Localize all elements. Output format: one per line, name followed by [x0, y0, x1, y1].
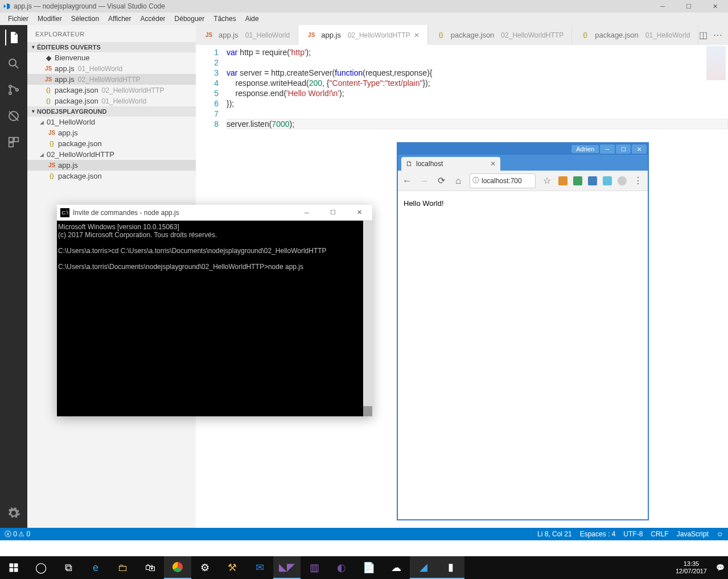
- title-bar: app.js — nodejsplayground — Visual Studi…: [0, 0, 728, 13]
- status-encoding[interactable]: UTF-8: [623, 530, 643, 538]
- status-errors[interactable]: ⓧ 0: [5, 530, 17, 539]
- visual-studio-icon[interactable]: ◣◤: [273, 556, 301, 579]
- project-section[interactable]: NODEJSPLAYGROUND: [27, 106, 196, 117]
- open-editor-item[interactable]: JSapp.js02_HelloWorldHTTP: [27, 74, 196, 85]
- store-icon[interactable]: 🛍: [137, 556, 164, 579]
- split-editor-icon[interactable]: ◫: [699, 30, 708, 40]
- minimize-button[interactable]: ─: [649, 0, 676, 13]
- folder-item[interactable]: ◢01_HelloWorld: [27, 117, 196, 127]
- task-view-icon[interactable]: ⧉: [55, 556, 82, 579]
- taskbar-clock[interactable]: 13:35 12/07/2017: [670, 560, 713, 575]
- vscode-logo-icon: [2, 2, 11, 11]
- chrome-maximize-button[interactable]: ☐: [616, 144, 631, 154]
- cmd-close-button[interactable]: ✕: [346, 206, 372, 219]
- back-icon[interactable]: ←: [401, 176, 413, 186]
- chrome-taskbar-icon[interactable]: [164, 556, 191, 579]
- tab-close-icon[interactable]: ✕: [414, 31, 419, 39]
- forward-icon[interactable]: →: [418, 176, 430, 186]
- extension-icons: [558, 176, 627, 185]
- cmd-title-bar[interactable]: C:\ Invite de commandes - node app.js ─ …: [57, 205, 372, 221]
- site-info-icon[interactable]: ⓘ: [472, 176, 479, 185]
- notification-center-icon[interactable]: 💬: [713, 564, 728, 572]
- explorer-icon[interactable]: [5, 30, 21, 46]
- file-item[interactable]: JSapp.js: [27, 127, 196, 138]
- vscode-taskbar-icon[interactable]: ◢: [410, 556, 437, 579]
- menu-fichier[interactable]: Fichier: [3, 14, 33, 24]
- open-editor-item[interactable]: ◆Bienvenue: [27, 52, 196, 63]
- chrome-user-badge[interactable]: Adrien: [571, 145, 599, 153]
- menu-sélection[interactable]: Sélection: [67, 14, 104, 24]
- start-button[interactable]: [0, 556, 27, 579]
- more-actions-icon[interactable]: ⋯: [713, 30, 722, 40]
- menu-tâches[interactable]: Tâches: [209, 14, 240, 24]
- reload-icon[interactable]: ⟳: [435, 175, 447, 186]
- edge-icon[interactable]: e: [82, 556, 109, 579]
- cmd-scrollbar[interactable]: [363, 221, 372, 416]
- file-icon: JS: [47, 162, 57, 168]
- menu-afficher[interactable]: Afficher: [104, 14, 135, 24]
- editor-tab[interactable]: {}package.json01_HelloWorld: [572, 25, 698, 45]
- home-icon[interactable]: ⌂: [453, 176, 464, 186]
- chrome-menu-icon[interactable]: ⋮: [632, 175, 644, 186]
- bookmark-star-icon[interactable]: ☆: [541, 175, 553, 186]
- close-button[interactable]: ✕: [702, 0, 728, 13]
- extension-icon[interactable]: [618, 176, 627, 185]
- address-bar[interactable]: ⓘ localhost:700: [470, 173, 536, 188]
- open-editor-item[interactable]: {}package.json02_HelloWorldHTTP: [27, 85, 196, 96]
- cmd-minimize-button[interactable]: ─: [294, 206, 320, 219]
- menu-aide[interactable]: Aide: [241, 14, 264, 24]
- settings-gear-icon[interactable]: [6, 505, 22, 521]
- eclipse-icon[interactable]: ◐: [328, 556, 355, 579]
- file-item[interactable]: {}package.json: [27, 138, 196, 149]
- git-icon[interactable]: [6, 82, 22, 98]
- file-icon: {}: [47, 173, 57, 179]
- editor-tab[interactable]: {}package.json02_HelloWorldHTTP: [428, 25, 572, 45]
- cmd-scroll-thumb[interactable]: [363, 406, 372, 416]
- extension-icon[interactable]: [573, 176, 582, 185]
- chrome-tab-close-icon[interactable]: ✕: [490, 160, 496, 168]
- chrome-frame-bar[interactable]: Adrien ─ ☐ ✕: [398, 143, 648, 155]
- status-eol[interactable]: CRLF: [651, 530, 668, 538]
- menu-modifier[interactable]: Modifier: [33, 14, 67, 24]
- app-icon[interactable]: ⚒: [219, 556, 246, 579]
- extension-icon[interactable]: [603, 176, 612, 185]
- folder-item[interactable]: ◢02_HelloWorldHTTP: [27, 149, 196, 160]
- editor-tab[interactable]: JSapp.js01_HelloWorld: [196, 25, 298, 45]
- svg-rect-13: [14, 568, 18, 572]
- status-cursor[interactable]: Li 8, Col 21: [537, 530, 572, 538]
- status-feedback-icon[interactable]: ☺: [717, 530, 723, 538]
- open-editors-section[interactable]: ÉDITEURS OUVERTS: [27, 42, 196, 52]
- cmd-maximize-button[interactable]: ☐: [320, 206, 346, 219]
- status-warnings[interactable]: ⚠ 0: [18, 530, 30, 538]
- open-editor-item[interactable]: {}package.json01_HelloWorld: [27, 96, 196, 106]
- search-icon[interactable]: [6, 56, 22, 72]
- cmd-output[interactable]: Microsoft Windows [version 10.0.15063] (…: [57, 221, 372, 416]
- app-icon[interactable]: ☁: [382, 556, 410, 579]
- status-spaces[interactable]: Espaces : 4: [580, 530, 616, 538]
- maximize-button[interactable]: ☐: [676, 0, 702, 13]
- file-icon: {}: [43, 87, 54, 93]
- file-item[interactable]: {}package.json: [27, 171, 196, 181]
- chrome-close-button[interactable]: ✕: [632, 144, 647, 154]
- file-explorer-icon[interactable]: 🗀: [109, 556, 137, 579]
- debug-icon[interactable]: [6, 108, 22, 124]
- chrome-minimize-button[interactable]: ─: [600, 144, 615, 154]
- extensions-icon[interactable]: [6, 134, 22, 150]
- menu-accéder[interactable]: Accéder: [136, 14, 170, 24]
- file-item[interactable]: JSapp.js: [27, 160, 196, 171]
- chrome-tab[interactable]: 🗋 localhost ✕: [401, 157, 500, 171]
- extension-icon[interactable]: [588, 176, 597, 185]
- extension-icon[interactable]: [558, 176, 567, 185]
- settings-taskbar-icon[interactable]: ⚙: [191, 556, 219, 579]
- cmd-taskbar-icon[interactable]: ▮: [437, 556, 464, 579]
- open-editor-item[interactable]: JSapp.js01_HelloWorld: [27, 63, 196, 74]
- editor-tab[interactable]: JSapp.js02_HelloWorldHTTP✕: [298, 25, 428, 45]
- chrome-window: Adrien ─ ☐ ✕ 🗋 localhost ✕ ← → ⟳ ⌂ ⓘ loc…: [397, 142, 649, 520]
- minimap[interactable]: [706, 46, 726, 80]
- cortana-icon[interactable]: ◯: [27, 556, 55, 579]
- app-icon[interactable]: 📄: [355, 556, 382, 579]
- menu-déboguer[interactable]: Déboguer: [170, 14, 209, 24]
- status-lang[interactable]: JavaScript: [677, 530, 709, 538]
- outlook-icon[interactable]: ✉: [246, 556, 273, 579]
- app-icon[interactable]: ▥: [301, 556, 328, 579]
